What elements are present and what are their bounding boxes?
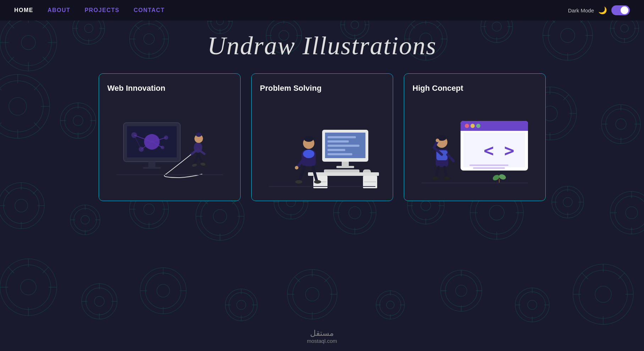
svg-point-313 [465,124,469,128]
svg-point-252 [595,286,611,302]
svg-rect-318 [469,165,508,166]
svg-rect-294 [308,172,379,176]
svg-point-229 [376,291,404,319]
svg-line-198 [43,267,48,273]
page-title: Undraw Illustrations [207,31,436,61]
card-web-innovation: Web Innovation [99,73,241,201]
svg-point-208 [157,284,170,297]
svg-point-201 [94,296,104,306]
svg-point-221 [293,275,332,314]
svg-rect-286 [327,140,349,143]
svg-rect-319 [473,167,505,169]
dark-mode-label: Dark Mode [568,7,594,13]
svg-point-200 [86,288,113,315]
footer-arabic: مستقل [307,329,337,338]
svg-point-275 [196,133,202,137]
dark-mode-toggle[interactable] [611,5,630,15]
svg-point-238 [456,285,467,296]
svg-point-314 [470,124,475,128]
svg-point-308 [314,180,321,184]
svg-point-206 [140,268,186,314]
main-content: Undraw Illustrations Web Innovation [0,21,644,212]
svg-point-302 [304,136,313,142]
svg-line-279 [198,154,203,163]
svg-line-197 [9,267,14,273]
svg-point-281 [200,162,205,166]
card-title-web-innovation: Web Innovation [108,84,232,93]
svg-point-244 [519,292,545,318]
svg-line-257 [582,273,588,279]
svg-line-329 [445,167,446,178]
card-illustration-high-concept: < > [413,100,537,194]
svg-point-215 [237,300,246,310]
svg-point-124 [74,208,97,231]
nav-links: HOME ABOUT PROJECTS CONTACT [14,7,165,13]
svg-point-280 [192,163,197,167]
cards-container: Web Innovation [92,73,553,201]
svg-line-278 [194,154,198,165]
svg-point-199 [82,284,117,319]
footer: مستقل mostaql.com [307,329,337,344]
svg-point-222 [306,288,319,301]
card-illustration-web-innovation [108,100,232,194]
svg-text:< >: < > [484,140,514,160]
card-high-concept: High Concept < > [404,73,546,201]
moon-icon: 🌙 [598,6,607,15]
svg-point-214 [229,292,254,317]
svg-point-330 [432,176,439,180]
svg-point-207 [145,273,181,308]
svg-line-258 [618,273,624,279]
svg-line-305 [299,167,304,181]
svg-rect-271 [148,162,155,167]
svg-point-236 [441,270,482,311]
svg-point-237 [445,275,477,307]
nav-home[interactable]: HOME [14,7,33,13]
svg-line-227 [295,277,300,282]
svg-point-326 [436,139,439,142]
svg-point-220 [287,269,337,319]
svg-point-125 [81,216,89,224]
svg-point-245 [528,300,537,310]
svg-point-250 [573,264,633,324]
svg-point-190 [0,259,57,316]
svg-point-192 [21,279,36,295]
svg-line-228 [325,277,330,282]
svg-point-331 [443,176,450,180]
svg-rect-312 [461,126,528,131]
svg-point-304 [295,166,298,169]
svg-point-213 [225,289,257,321]
card-problem-solving: Problem Solving [251,73,393,201]
dark-mode-area: Dark Mode 🌙 [568,5,630,15]
svg-line-327 [447,155,453,161]
card-title-problem-solving: Problem Solving [260,84,384,93]
svg-point-307 [295,180,302,184]
svg-point-315 [476,124,480,128]
svg-point-230 [380,294,401,316]
svg-rect-291 [336,166,354,168]
svg-rect-289 [327,153,352,155]
navbar: HOME ABOUT PROJECTS CONTACT Dark Mode 🌙 [0,0,644,21]
svg-rect-285 [327,136,356,138]
nav-contact[interactable]: CONTACT [134,7,165,13]
nav-about[interactable]: ABOUT [48,7,70,13]
nav-projects[interactable]: PROJECTS [84,7,119,13]
svg-line-328 [436,167,439,178]
card-illustration-problem-solving [260,100,384,194]
svg-rect-288 [327,149,345,151]
svg-point-191 [6,265,51,310]
card-title-high-concept: High Concept [413,84,537,93]
svg-rect-272 [143,167,161,169]
svg-rect-287 [327,145,359,147]
svg-point-231 [386,301,394,309]
svg-point-243 [515,288,549,322]
svg-rect-290 [342,162,349,166]
svg-point-251 [579,270,627,318]
footer-url: mostaql.com [307,338,337,344]
